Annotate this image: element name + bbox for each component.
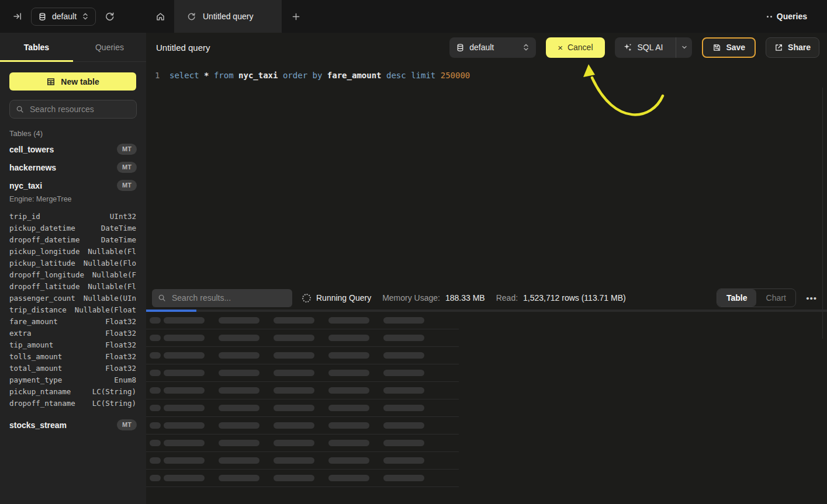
skeleton-cell xyxy=(150,457,161,464)
skeleton-cell xyxy=(164,405,205,411)
resource-search-input[interactable] xyxy=(29,104,130,114)
skeleton-row xyxy=(146,399,459,417)
skeleton-cell xyxy=(150,317,161,324)
column-name: payment_type xyxy=(9,376,62,384)
save-label: Save xyxy=(726,43,745,52)
column-row: trip_distanceNullable(Float xyxy=(9,304,136,315)
top-bar-left: default xyxy=(0,0,146,33)
tab-title: Untitled query xyxy=(203,12,253,21)
memory-usage-label: Memory Usage: xyxy=(382,293,440,303)
column-row: pickup_ntanameLC(String) xyxy=(9,385,136,397)
sql-token: by xyxy=(313,71,323,80)
skeleton-cell xyxy=(150,335,161,341)
skeleton-cell xyxy=(219,317,259,324)
skeleton-cell xyxy=(150,387,161,394)
sql-line[interactable]: 1 select * from nyc_taxi order by fare_a… xyxy=(146,62,827,81)
share-button[interactable]: Share xyxy=(766,37,819,58)
header-database-selector[interactable]: default xyxy=(449,37,536,58)
results-skeleton xyxy=(146,312,827,487)
skeleton-cell xyxy=(274,387,314,394)
table-grid-icon xyxy=(46,77,56,86)
table-row[interactable]: hackernewsMT xyxy=(0,158,146,176)
skeleton-cell xyxy=(164,440,205,446)
more-options-icon[interactable]: ••• xyxy=(804,293,819,303)
cancel-label: Cancel xyxy=(568,43,593,52)
sidebar-collapse-icon[interactable] xyxy=(13,12,22,21)
sql-ai-label: SQL AI xyxy=(638,43,663,52)
sidebar-tabs: Tables Queries xyxy=(0,33,146,62)
column-type: Float32 xyxy=(105,364,136,373)
skeleton-cell xyxy=(150,475,161,481)
topbar-database-selector[interactable]: default xyxy=(31,8,96,26)
sql-token: * xyxy=(204,71,209,80)
skeleton-cell xyxy=(150,422,161,429)
column-name: dropoff_longitude xyxy=(9,270,84,279)
column-type: Float32 xyxy=(105,352,136,361)
cancel-button[interactable]: × Cancel xyxy=(546,37,604,58)
column-type: Enum8 xyxy=(114,376,136,384)
top-bar: default Untitled query Queries xyxy=(0,0,827,33)
skeleton-row xyxy=(146,312,459,329)
column-name: pickup_latitude xyxy=(9,259,75,267)
refresh-icon[interactable] xyxy=(105,12,115,22)
save-button[interactable]: Save xyxy=(702,37,756,58)
sql-editor[interactable]: 1 select * from nyc_taxi order by fare_a… xyxy=(146,62,827,286)
skeleton-cell xyxy=(274,405,314,411)
sql-token: select xyxy=(169,71,199,80)
column-name: dropoff_latitude xyxy=(9,282,79,291)
results-search-input[interactable] xyxy=(171,293,286,303)
view-toggle-table[interactable]: Table xyxy=(717,289,756,307)
results-search[interactable] xyxy=(152,289,292,307)
database-icon xyxy=(38,12,47,21)
column-type: Nullable(Flo xyxy=(84,259,136,267)
skeleton-row xyxy=(146,417,459,435)
sql-token: order xyxy=(283,71,307,80)
table-row[interactable]: stocks_streamMT xyxy=(0,416,146,434)
skeleton-cell xyxy=(328,405,369,411)
skeleton-cell xyxy=(164,335,205,341)
header-actions: default × Cancel SQL AI xyxy=(449,37,819,58)
skeleton-cell xyxy=(164,317,205,324)
column-row: dropoff_ntanameLC(String) xyxy=(9,397,136,409)
skeleton-cell xyxy=(219,387,259,394)
skeleton-cell xyxy=(164,457,205,464)
skeleton-cell xyxy=(328,457,369,464)
sidebar: Tables Queries New table Tables (4) cell… xyxy=(0,33,146,504)
skeleton-cell xyxy=(150,370,161,376)
tab-tables[interactable]: Tables xyxy=(0,33,73,61)
column-row: payment_typeEnum8 xyxy=(9,374,136,385)
sql-token: fare_amount xyxy=(327,71,382,80)
skeleton-cell xyxy=(219,405,259,411)
tab-queries[interactable]: Queries xyxy=(73,33,146,61)
memory-usage-value: 188.33 MB xyxy=(445,293,485,303)
skeleton-cell xyxy=(164,352,205,359)
skeleton-row xyxy=(146,329,459,347)
column-name: fare_amount xyxy=(9,317,58,326)
table-row[interactable]: cell_towersMT xyxy=(0,140,146,158)
skeleton-cell xyxy=(274,440,314,446)
skeleton-cell xyxy=(383,475,424,481)
home-icon[interactable] xyxy=(146,0,174,33)
sql-ai-button[interactable]: SQL AI xyxy=(615,37,693,58)
skeleton-cell xyxy=(219,440,259,446)
resource-search[interactable] xyxy=(9,100,137,119)
chevron-down-icon[interactable] xyxy=(676,37,692,58)
column-name: extra xyxy=(9,329,32,338)
column-row: extraFloat32 xyxy=(9,327,136,339)
column-name: tolls_amount xyxy=(9,352,62,361)
new-tab-icon[interactable] xyxy=(282,0,310,33)
column-row: dropoff_datetimeDateTime xyxy=(9,234,136,245)
search-icon xyxy=(16,105,24,113)
queries-link[interactable]: Queries xyxy=(763,0,811,33)
table-row[interactable]: nyc_taxiMT xyxy=(0,176,146,194)
column-type: LC(String) xyxy=(92,399,136,408)
query-tab[interactable]: Untitled query xyxy=(174,0,282,33)
skeleton-cell xyxy=(274,370,314,376)
skeleton-cell xyxy=(383,440,424,446)
column-type: Nullable(Fl xyxy=(88,247,136,256)
view-toggle-chart[interactable]: Chart xyxy=(756,289,795,307)
column-type: Float32 xyxy=(105,340,136,349)
column-type: UInt32 xyxy=(110,212,136,221)
new-table-button[interactable]: New table xyxy=(9,72,136,91)
engine-badge: MT xyxy=(117,144,137,155)
